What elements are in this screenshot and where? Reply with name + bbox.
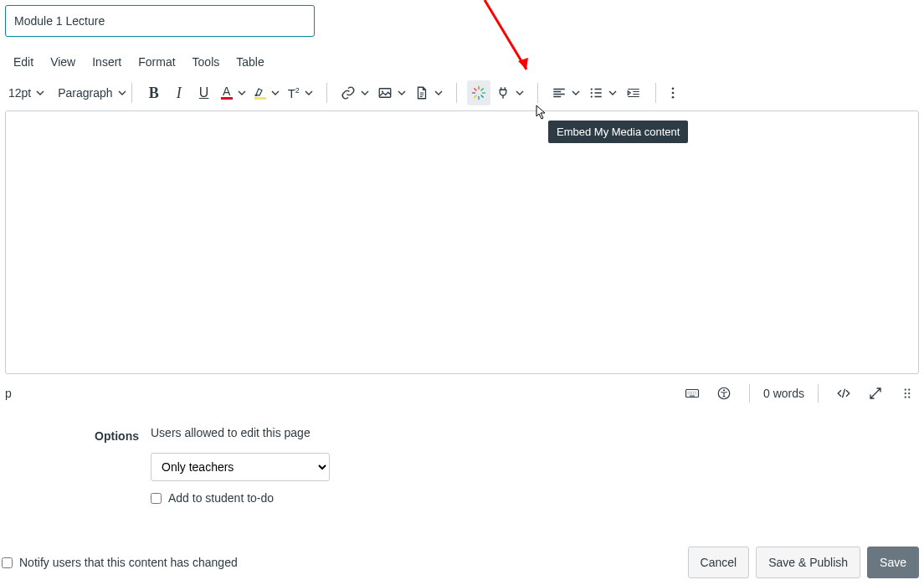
accessibility-icon [716, 386, 732, 401]
chevron-down-icon [271, 89, 280, 97]
svg-line-7 [481, 95, 483, 97]
indent-icon [626, 85, 641, 100]
editor-content[interactable] [5, 110, 919, 374]
svg-point-19 [905, 388, 906, 390]
indent-button[interactable] [622, 80, 645, 105]
code-icon [836, 386, 851, 401]
chevron-down-icon [572, 89, 580, 97]
document-icon [414, 85, 429, 100]
bullet-list-icon [588, 85, 603, 100]
text-color-icon: A [221, 86, 233, 100]
chevron-down-icon [305, 89, 313, 97]
image-button[interactable] [374, 80, 409, 105]
link-icon [341, 85, 356, 100]
bold-button[interactable]: B [142, 80, 166, 105]
more-vertical-icon [665, 85, 680, 100]
chevron-down-icon [434, 89, 443, 97]
element-path[interactable]: p [5, 387, 12, 400]
users-allowed-label: Users allowed to edit this page [151, 426, 330, 439]
svg-point-21 [905, 393, 906, 394]
accessibility-button[interactable] [712, 381, 736, 406]
chevron-down-icon [118, 89, 126, 97]
html-editor-button[interactable] [832, 381, 855, 406]
list-button[interactable] [585, 80, 620, 105]
svg-point-20 [908, 388, 910, 390]
menu-insert[interactable]: Insert [84, 50, 130, 74]
drag-handle-icon [900, 386, 915, 401]
toolbar: 12pt Paragraph B I U A T2 [0, 79, 924, 110]
keyboard-icon [685, 386, 700, 401]
notify-users-checkbox[interactable] [2, 557, 13, 568]
svg-point-10 [590, 88, 592, 90]
superscript-icon: T2 [288, 86, 300, 100]
svg-point-12 [590, 95, 592, 97]
svg-line-8 [475, 95, 476, 97]
statusbar: p 0 words [0, 374, 924, 409]
kaltura-icon [471, 85, 486, 100]
font-size-dropdown[interactable]: 12pt [3, 86, 46, 100]
underline-button[interactable]: U [192, 80, 216, 105]
menu-format[interactable]: Format [130, 50, 183, 74]
svg-point-22 [908, 393, 910, 394]
fullscreen-button[interactable] [864, 381, 887, 406]
expand-icon [868, 386, 883, 401]
italic-icon: I [177, 85, 182, 102]
italic-button[interactable]: I [167, 80, 191, 105]
more-button[interactable] [661, 80, 685, 105]
page-title-input[interactable] [5, 5, 315, 37]
menu-tools[interactable]: Tools [184, 50, 228, 74]
options-label: Options [5, 426, 139, 505]
svg-point-14 [671, 92, 674, 95]
save-button[interactable]: Save [867, 547, 919, 578]
plug-icon [495, 85, 511, 100]
svg-point-24 [908, 396, 910, 398]
align-button[interactable] [548, 80, 583, 105]
chevron-down-icon [238, 89, 246, 97]
text-color-button[interactable]: A [218, 80, 249, 105]
tooltip: Embed My Media content [548, 121, 688, 143]
svg-point-11 [590, 92, 592, 94]
chevron-down-icon [516, 89, 524, 97]
student-todo-label: Add to student to-do [168, 491, 274, 505]
notify-users-label: Notify users that this content has chang… [19, 556, 238, 569]
chevron-down-icon [608, 89, 617, 97]
svg-point-15 [671, 96, 674, 99]
save-publish-button[interactable]: Save & Publish [756, 547, 860, 578]
student-todo-checkbox[interactable] [151, 493, 162, 504]
link-button[interactable] [337, 80, 372, 105]
superscript-button[interactable]: T2 [285, 80, 316, 105]
cancel-button[interactable]: Cancel [688, 547, 750, 578]
users-allowed-select[interactable]: Only teachers [151, 453, 330, 481]
svg-point-18 [723, 389, 725, 391]
block-format-label: Paragraph [58, 86, 112, 100]
resize-handle[interactable] [896, 381, 919, 406]
bold-icon: B [149, 85, 159, 102]
underline-icon: U [199, 85, 209, 100]
menubar: Edit View Insert Format Tools Table [0, 42, 924, 79]
svg-point-13 [671, 87, 674, 90]
document-button[interactable] [411, 80, 446, 105]
menu-view[interactable]: View [42, 50, 84, 74]
menu-edit[interactable]: Edit [5, 50, 42, 74]
svg-line-6 [475, 89, 476, 90]
image-icon [377, 85, 393, 100]
embed-media-button[interactable] [467, 80, 490, 105]
chevron-down-icon [398, 89, 406, 97]
block-format-dropdown[interactable]: Paragraph [58, 86, 126, 100]
highlight-icon [254, 86, 266, 100]
keyboard-button[interactable] [680, 381, 704, 406]
font-size-label: 12pt [8, 86, 31, 100]
chevron-down-icon [36, 89, 44, 97]
chevron-down-icon [361, 89, 369, 97]
highlight-color-button[interactable] [251, 80, 283, 105]
align-left-icon [552, 85, 567, 100]
menu-table[interactable]: Table [228, 50, 272, 74]
svg-point-23 [905, 396, 906, 398]
svg-line-9 [481, 89, 483, 90]
word-count[interactable]: 0 words [763, 387, 804, 400]
apps-button[interactable] [492, 80, 527, 105]
